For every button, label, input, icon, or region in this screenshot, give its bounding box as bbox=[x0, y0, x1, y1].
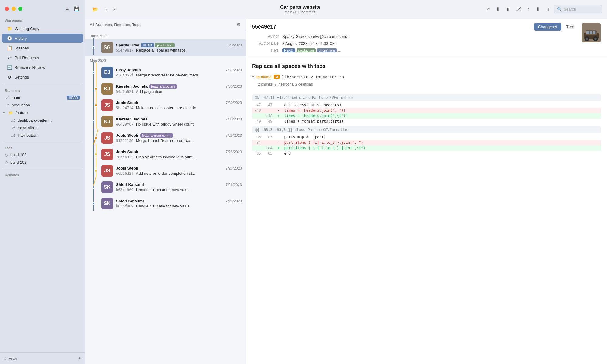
commit-dot bbox=[94, 153, 97, 156]
commit-author: Kiersten Jacinda bbox=[116, 117, 148, 121]
tag-item-build-102[interactable]: ◇ build-102 bbox=[0, 159, 85, 166]
tags-section-label: Tags bbox=[0, 143, 85, 151]
detail-panel: 55e49e17 Changeset Tree Author Sparky Gr… bbox=[246, 19, 607, 364]
tag-item-build-103[interactable]: ◇ build-103 bbox=[0, 151, 85, 159]
sidebar-divider-2 bbox=[3, 141, 82, 141]
diff-context-header: @@ -83,3 +83,3 @@ class Parts::CSVFormat… bbox=[252, 126, 601, 133]
stash-button[interactable]: ↑ bbox=[525, 5, 532, 14]
sidebar-item-working-copy[interactable]: 📁 Working Copy bbox=[2, 24, 83, 33]
push-action-button[interactable]: ⬆ bbox=[544, 5, 552, 14]
branch-item-dashboard[interactable]: ⎇ dashboard-batteri... bbox=[0, 116, 85, 124]
branch-filter-label: All Branches, Remotes, Tags bbox=[90, 22, 234, 27]
sidebar-item-label: Working Copy bbox=[15, 26, 78, 31]
tag-feature: feature/order-com... bbox=[140, 133, 173, 138]
tag-dots: ... bbox=[176, 43, 178, 47]
file-change-section: ▾ modified M lib/parts/csv_formatter.rb … bbox=[246, 69, 607, 92]
branch-name: filter-button bbox=[18, 133, 80, 138]
branch-item-filter-button[interactable]: ⎇ filter-button bbox=[0, 132, 85, 139]
commit-message: Handle null case for new value bbox=[136, 187, 190, 192]
maximize-button[interactable] bbox=[18, 7, 22, 11]
commit-message: Fix issue with buggy wheel count bbox=[136, 122, 194, 126]
forward-button[interactable]: › bbox=[111, 5, 117, 14]
commit-info: Elroy Joshua 7/31/2023 c36f052f Merge br… bbox=[116, 68, 242, 77]
add-button[interactable]: + bbox=[78, 355, 81, 362]
commit-item[interactable]: KJ Kiersten Jacinda feature/scooters 7/3… bbox=[85, 81, 246, 97]
commit-item[interactable]: JS Jools Steph 7/30/2023 5bc047f4 Make s… bbox=[85, 97, 246, 113]
line-content: lines = [headers.join(",\t")] bbox=[282, 113, 601, 119]
sidebar-item-pull-requests[interactable]: ↩ Pull Requests bbox=[2, 53, 83, 62]
sidebar-item-history[interactable]: 🕐 History bbox=[2, 34, 83, 43]
branch-action-button[interactable]: ⎇ bbox=[514, 5, 524, 14]
commit-hash: 51211136 bbox=[116, 139, 134, 143]
commit-date: 7/26/2023 bbox=[226, 183, 242, 187]
commit-item[interactable]: SK Shiori Katsumi 7/26/2023 b63bf869 Han… bbox=[85, 195, 246, 212]
line-content: lines = [headers.join(", ")] bbox=[282, 108, 601, 113]
line-num-old: 49 bbox=[252, 119, 263, 124]
branch-name: feature bbox=[15, 110, 80, 115]
branch-item-main[interactable]: ⎇ main HEAD bbox=[0, 94, 85, 101]
minimize-button[interactable] bbox=[12, 7, 16, 11]
svg-rect-27 bbox=[590, 31, 592, 34]
commit-dot bbox=[92, 202, 95, 205]
drive-icon[interactable]: 💾 bbox=[73, 5, 80, 12]
sidebar-divider-3 bbox=[3, 168, 82, 168]
filter-options-button[interactable]: ⚙ bbox=[236, 22, 241, 28]
line-num-new: 85 bbox=[263, 151, 275, 156]
line-marker: + bbox=[275, 113, 282, 119]
commit-item[interactable]: KJ Kiersten Jacinda 7/30/2023 e6419f67 F… bbox=[85, 113, 246, 130]
branch-icon: ⎇ bbox=[5, 103, 9, 107]
tab-changeset[interactable]: Changeset bbox=[534, 23, 561, 31]
line-num-old: 85 bbox=[252, 151, 263, 156]
commit-dot bbox=[92, 71, 95, 74]
search-bar[interactable]: 🔍 Search bbox=[554, 5, 602, 13]
file-change-header[interactable]: ▾ modified M lib/parts/csv_formatter.rb bbox=[252, 72, 601, 81]
avatar: JS bbox=[101, 149, 113, 160]
tab-tree[interactable]: Tree bbox=[562, 23, 578, 31]
filter-icon: ⊙ bbox=[4, 356, 7, 361]
date-header-may: May 2023 bbox=[85, 56, 246, 64]
commit-item[interactable]: SG Sparky Gray HEAD production ... 8/3/2… bbox=[85, 39, 246, 56]
sidebar-item-settings[interactable]: ⚙ Settings bbox=[2, 72, 83, 82]
branch-item-production[interactable]: ⎇ production bbox=[0, 101, 85, 109]
search-icon: 🔍 bbox=[557, 7, 562, 12]
close-button[interactable] bbox=[5, 7, 9, 11]
cloud-icon[interactable]: ☁ bbox=[63, 5, 70, 12]
sidebar-item-stashes[interactable]: 📋 Stashes bbox=[2, 43, 83, 52]
filter-input[interactable] bbox=[8, 356, 76, 361]
sidebar-item-branches-review[interactable]: 🔄 Branches Review bbox=[2, 63, 83, 72]
commit-hash: 5bc047f4 bbox=[116, 106, 134, 110]
commit-item[interactable]: SK Shiori Katsumi 7/26/2023 b63bf869 Han… bbox=[85, 179, 246, 195]
back-button[interactable]: ‹ bbox=[103, 5, 110, 14]
status-label: modified bbox=[256, 75, 271, 79]
commit-hash: 55e49e17 bbox=[116, 48, 134, 52]
author-date-value: 3 August 2023 at 17:51:38 CET bbox=[282, 41, 578, 46]
push-button[interactable]: ⬆ bbox=[504, 5, 512, 14]
commit-message: Replace all spaces with tabs bbox=[136, 48, 186, 52]
commit-item[interactable]: EJ Elroy Joshua 7/31/2023 c36f052f Merge… bbox=[85, 64, 246, 81]
sidebar-item-label: Stashes bbox=[15, 46, 78, 50]
date-header-june: June 2023 bbox=[85, 31, 246, 39]
sidebar-item-label: Branches Review bbox=[15, 65, 78, 70]
chunk-summary: 2 chunks, 2 insertions, 2 deletions bbox=[252, 81, 601, 89]
line-marker bbox=[275, 102, 282, 108]
commit-date: 7/26/2023 bbox=[226, 150, 242, 154]
share-button[interactable]: ↗ bbox=[483, 5, 492, 14]
branch-item-feature[interactable]: ▾ 📁 feature bbox=[0, 109, 85, 116]
pull-button[interactable]: ⬇ bbox=[534, 5, 542, 14]
nav-buttons: ‹ › bbox=[103, 5, 117, 14]
branch-item-extra-nitros[interactable]: ⎇ extra-nitros bbox=[0, 124, 85, 132]
commit-item[interactable]: JS Jools Steph 7/26/2023 78ceb335 Displa… bbox=[85, 146, 246, 163]
commit-info: Shiori Katsumi 7/26/2023 b63bf869 Handle… bbox=[116, 182, 242, 192]
avatar: SK bbox=[101, 198, 113, 209]
svg-point-25 bbox=[594, 38, 597, 40]
commit-item[interactable]: JS Jools Steph 7/26/2023 e6b16d2f Add no… bbox=[85, 163, 246, 179]
detail-body: Replace all spaces with tabs ▾ modified … bbox=[246, 58, 607, 364]
fetch-button[interactable]: ⬇ bbox=[493, 5, 502, 14]
folder-icon-button[interactable]: 📂 bbox=[90, 5, 101, 14]
commit-date: 7/30/2023 bbox=[226, 117, 242, 121]
diff-line: -84 - part.items { |i| i.to_s }.join(", … bbox=[252, 140, 601, 145]
author-row: Author Sparky Gray <sparky@carparts.com> bbox=[252, 33, 578, 40]
commit-item[interactable]: JS Jools Steph feature/order-com... 7/29… bbox=[85, 130, 246, 146]
workspace-section-label: Workspace bbox=[0, 16, 85, 24]
toolbar-actions: ↗ ⬇ ⬆ ⎇ ↑ ⬇ ⬆ 🔍 Search bbox=[483, 5, 602, 14]
